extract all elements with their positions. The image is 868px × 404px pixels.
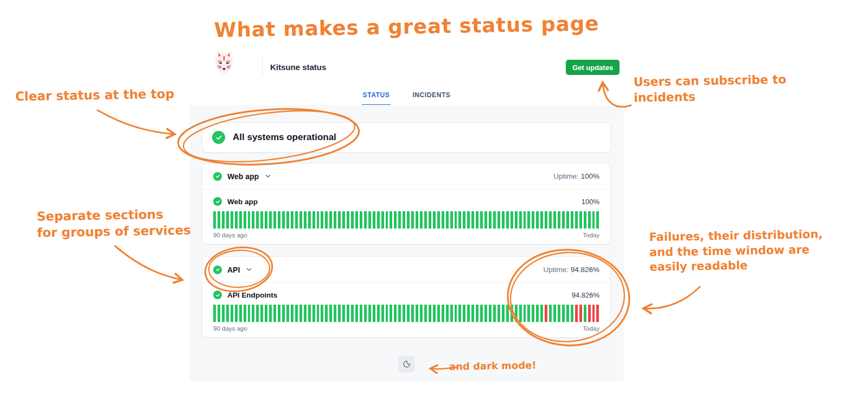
uptime-bar-up — [442, 211, 444, 229]
uptime-bar-up — [446, 211, 449, 229]
dark-mode-toggle-button[interactable] — [398, 356, 415, 373]
uptime-bar-up — [248, 211, 251, 229]
uptime-bar-up — [299, 305, 302, 322]
uptime-bar-up — [321, 211, 323, 229]
uptime-bar-up — [493, 305, 496, 322]
uptime-bar-up — [407, 211, 410, 229]
tab-status[interactable]: STATUS — [362, 89, 391, 105]
uptime-bar-up — [450, 305, 453, 322]
uptime-bar-up — [256, 305, 259, 322]
uptime-bar-up — [347, 211, 349, 229]
uptime-bar-up — [450, 211, 453, 229]
uptime-bar-up — [334, 305, 336, 322]
uptime-bar-up — [334, 211, 336, 229]
axis-end-label: Today — [583, 232, 599, 238]
service-row: Web app 100% — [213, 197, 599, 206]
uptime-bar-up — [317, 211, 320, 229]
uptime-bar-up — [476, 211, 478, 229]
uptime-bar-up — [502, 305, 505, 322]
uptime-bar-up — [467, 305, 470, 322]
annotation-dark-mode: and dark mode! — [449, 359, 537, 374]
uptime-bar-up — [239, 211, 242, 229]
uptime-bar-up — [231, 305, 233, 322]
time-axis: 90 days ago Today — [213, 325, 599, 332]
uptime-bar-up — [476, 305, 478, 322]
overall-status-label: All systems operational — [233, 132, 336, 143]
uptime-bar-up — [351, 211, 354, 229]
uptime-bar-up — [458, 211, 461, 229]
uptime-bar-up — [532, 305, 534, 322]
uptime-bar-up — [260, 211, 263, 229]
uptime-bar-up — [218, 211, 220, 229]
uptime-bar-up — [381, 211, 384, 229]
uptime-bar-up — [368, 211, 371, 229]
uptime-bar-up — [377, 211, 380, 229]
check-circle-icon — [212, 131, 225, 144]
uptime-bars — [213, 305, 599, 322]
uptime-bar-up — [424, 305, 427, 322]
time-axis: 90 days ago Today — [213, 232, 599, 238]
uptime-bar-up — [403, 305, 405, 322]
uptime-bar-up — [278, 211, 280, 229]
tab-incidents[interactable]: INCIDENTS — [411, 89, 451, 105]
uptime-bar-up — [545, 211, 547, 229]
service-group-api: API Uptime: 94.826% API Endpoints 94.826… — [202, 256, 611, 338]
uptime-bar-up — [282, 305, 285, 322]
uptime-bar-up — [222, 305, 225, 322]
uptime-bar-up — [394, 305, 397, 322]
uptime-bar-up — [455, 211, 457, 229]
group-body: API Endpoints 94.826% 90 days ago Today — [202, 283, 610, 336]
uptime-bar-up — [342, 211, 345, 229]
service-row: API Endpoints 94.826% — [213, 291, 599, 299]
group-header-webapp[interactable]: Web app Uptime: 100% — [202, 163, 610, 190]
uptime-bar-up — [386, 305, 388, 322]
uptime-bar-up — [493, 211, 496, 229]
uptime-bar-up — [256, 211, 259, 229]
uptime-bar-up — [549, 211, 552, 229]
uptime-value: 100% — [580, 172, 599, 180]
check-circle-icon — [213, 266, 222, 274]
uptime-bar-up — [394, 211, 397, 229]
uptime-bar-up — [484, 211, 487, 229]
uptime-label: Uptime: — [553, 172, 579, 180]
group-body: Web app 100% 90 days ago Today — [202, 190, 610, 243]
uptime-bar-up — [584, 211, 586, 229]
check-circle-icon — [213, 172, 222, 181]
group-header-api[interactable]: API Uptime: 94.826% — [202, 257, 610, 283]
uptime-bar-up — [524, 305, 526, 322]
uptime-bar-up — [260, 305, 263, 322]
uptime-bar-up — [312, 305, 315, 322]
group-uptime: Uptime: 94.826% — [543, 266, 599, 274]
uptime-bar-up — [308, 305, 311, 322]
uptime-bar-up — [286, 211, 289, 229]
uptime-bar-up — [235, 211, 238, 229]
get-updates-button[interactable]: Get updates — [566, 60, 620, 75]
uptime-bar-up — [562, 211, 565, 229]
service-group-webapp: Web app Uptime: 100% Web app 100% — [202, 163, 611, 244]
check-circle-icon — [213, 291, 222, 299]
group-uptime: Uptime: 100% — [553, 172, 599, 180]
uptime-bar-up — [286, 305, 289, 322]
uptime-bar-up — [489, 305, 492, 322]
uptime-bar-up — [420, 305, 423, 322]
uptime-bar-up — [291, 211, 293, 229]
uptime-bar-up — [506, 211, 509, 229]
uptime-bar-up — [373, 305, 375, 322]
uptime-bar-up — [308, 211, 311, 229]
uptime-bar-up — [338, 211, 341, 229]
uptime-bar-up — [532, 211, 534, 229]
uptime-bar-up — [244, 211, 246, 229]
uptime-bar-up — [304, 305, 307, 322]
uptime-bar-up — [553, 211, 556, 229]
uptime-bar-up — [497, 305, 500, 322]
uptime-bar-up — [213, 305, 216, 322]
service-name: Web app — [227, 198, 258, 206]
uptime-bar-up — [515, 211, 518, 229]
uptime-bar-up — [584, 305, 586, 322]
uptime-bar-up — [269, 305, 272, 322]
uptime-bar-up — [364, 211, 367, 229]
uptime-bar-up — [497, 211, 500, 229]
uptime-bar-up — [252, 305, 254, 322]
uptime-bar-up — [381, 305, 384, 322]
uptime-bar-down — [596, 305, 599, 322]
